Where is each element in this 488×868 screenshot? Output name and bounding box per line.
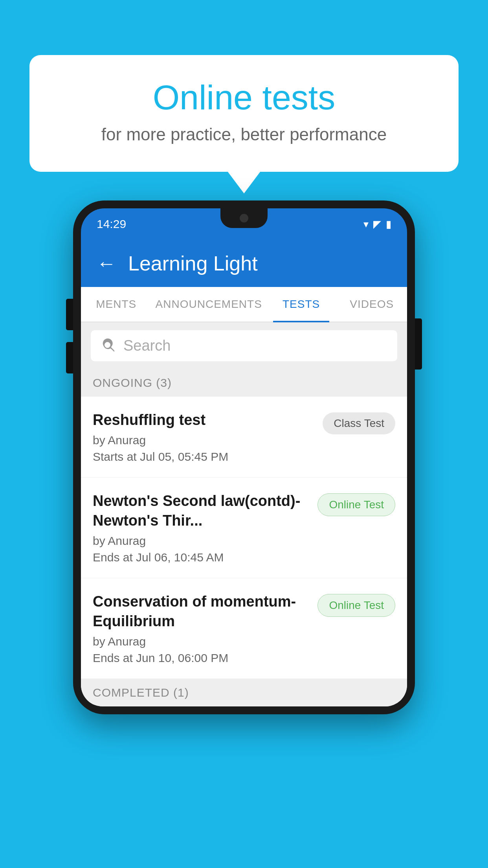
volume-down-button[interactable] bbox=[66, 342, 73, 373]
test-time: Starts at Jul 05, 05:45 PM bbox=[93, 450, 315, 463]
search-icon bbox=[101, 338, 116, 354]
bubble-title: Online tests bbox=[61, 79, 427, 117]
test-list: Reshuffling test by Anurag Starts at Jul… bbox=[81, 397, 407, 679]
test-time: Ends at Jun 10, 06:00 PM bbox=[93, 651, 310, 665]
test-info: Newton's Second law(contd)-Newton's Thir… bbox=[93, 491, 310, 564]
test-badge-class: Class Test bbox=[323, 412, 395, 434]
status-icons: ▾ ◤ ▮ bbox=[363, 218, 391, 230]
front-camera bbox=[240, 214, 248, 223]
speech-bubble-container: Online tests for more practice, better p… bbox=[29, 55, 459, 172]
completed-section-header: COMPLETED (1) bbox=[81, 679, 407, 706]
bubble-subtitle: for more practice, better performance bbox=[61, 125, 427, 144]
test-time: Ends at Jul 06, 10:45 AM bbox=[93, 551, 310, 564]
power-button[interactable] bbox=[415, 318, 422, 370]
test-item[interactable]: Conservation of momentum-Equilibrium by … bbox=[81, 578, 407, 679]
back-button[interactable]: ← bbox=[97, 254, 116, 273]
phone-notch bbox=[220, 208, 268, 228]
status-bar: 14:29 ▾ ◤ ▮ bbox=[81, 208, 407, 240]
status-time: 14:29 bbox=[97, 217, 126, 231]
app-header: ← Learning Light bbox=[81, 240, 407, 287]
test-item[interactable]: Reshuffling test by Anurag Starts at Jul… bbox=[81, 397, 407, 478]
wifi-icon: ▾ bbox=[363, 218, 369, 230]
search-placeholder: Search bbox=[123, 337, 171, 354]
test-name: Reshuffling test bbox=[93, 410, 315, 430]
phone-screen: ← Learning Light MENTS ANNOUNCEMENTS TES… bbox=[81, 240, 407, 706]
test-name: Newton's Second law(contd)-Newton's Thir… bbox=[93, 491, 310, 530]
search-container: Search bbox=[81, 322, 407, 369]
test-badge-online: Online Test bbox=[317, 493, 395, 516]
test-name: Conservation of momentum-Equilibrium bbox=[93, 592, 310, 631]
tab-videos[interactable]: VIDEOS bbox=[336, 287, 407, 322]
test-by: by Anurag bbox=[93, 534, 310, 548]
battery-icon: ▮ bbox=[386, 218, 391, 230]
test-by: by Anurag bbox=[93, 434, 315, 447]
test-info: Reshuffling test by Anurag Starts at Jul… bbox=[93, 410, 315, 463]
signal-icon: ◤ bbox=[373, 218, 381, 230]
tab-ments[interactable]: MENTS bbox=[81, 287, 152, 322]
tabs-bar: MENTS ANNOUNCEMENTS TESTS VIDEOS bbox=[81, 287, 407, 322]
phone-wrapper: 14:29 ▾ ◤ ▮ ← Learning Light MENTS bbox=[73, 200, 415, 714]
tab-tests[interactable]: TESTS bbox=[266, 287, 337, 322]
tab-announcements[interactable]: ANNOUNCEMENTS bbox=[152, 287, 266, 322]
search-box[interactable]: Search bbox=[91, 330, 397, 361]
app-title: Learning Light bbox=[128, 252, 258, 275]
speech-bubble: Online tests for more practice, better p… bbox=[29, 55, 459, 172]
phone-device: 14:29 ▾ ◤ ▮ ← Learning Light MENTS bbox=[73, 200, 415, 714]
test-info: Conservation of momentum-Equilibrium by … bbox=[93, 592, 310, 665]
volume-up-button[interactable] bbox=[66, 299, 73, 330]
test-item[interactable]: Newton's Second law(contd)-Newton's Thir… bbox=[81, 478, 407, 578]
ongoing-section-header: ONGOING (3) bbox=[81, 369, 407, 397]
test-badge-online: Online Test bbox=[317, 594, 395, 617]
test-by: by Anurag bbox=[93, 635, 310, 648]
